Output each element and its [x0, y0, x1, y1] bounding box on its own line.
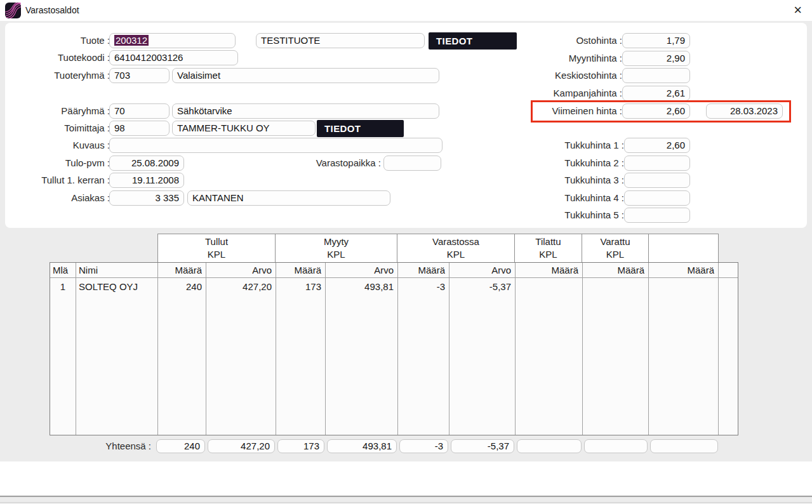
function-button-bar: SELITE F2 TUOTE F3 TOIMITTAJA F4 HAE VII… [0, 461, 812, 495]
tullut-ekan-input[interactable]: 19.11.2008 [109, 173, 184, 188]
group-header-line2: KPL [582, 248, 648, 261]
close-icon[interactable]: × [794, 1, 802, 19]
tukkuhinta-5-label: Tukkuhinta 5 : [524, 208, 624, 223]
group-header-line2: KPL [158, 248, 275, 261]
toimittaja-name-input[interactable]: TAMMER-TUKKU OY [172, 121, 316, 136]
paaryhma-name-input[interactable]: Sähkötarvike [172, 103, 439, 119]
cell-tullut-arvo: 427,20 [206, 279, 272, 295]
cell-varastossa-maara: -3 [397, 279, 445, 295]
group-header-varastossa: Varastossa KPL [397, 234, 515, 263]
kuvaus-label: Kuvaus : [18, 138, 110, 153]
asiakas-name-input[interactable]: KANTANEN [187, 190, 390, 206]
total-myyty-maara: 173 [277, 439, 324, 453]
group-header-line1: Tilattu [515, 235, 582, 248]
tuote-input[interactable]: 200312 [109, 33, 236, 48]
total-maara [650, 439, 718, 453]
group-header-myyty: Myyty KPL [275, 234, 397, 263]
tukkuhinta-1-label: Tukkuhinta 1 : [524, 138, 624, 153]
kampanjahinta-input[interactable]: 2,61 [622, 86, 690, 101]
tuotekoodi-input[interactable]: 6410412003126 [109, 50, 238, 65]
tuote-nimi-input[interactable]: TESTITUOTE [256, 33, 425, 48]
cell-nimi: SOLTEQ OYJ [79, 279, 155, 295]
kampanjahinta-label: Kampanjahinta : [524, 86, 622, 101]
cell-maara [648, 279, 714, 295]
col-header-mla: Mlä [53, 263, 74, 278]
group-header-line1: Varattu [582, 235, 648, 248]
tuote-tiedot-button[interactable]: TIEDOT [429, 32, 517, 50]
cell-tullut-maara: 240 [157, 279, 202, 295]
group-header-line2: KPL [397, 248, 514, 261]
toimittaja-code-input[interactable]: 98 [109, 121, 170, 136]
title-bar: Varastosaldot × [0, 0, 812, 21]
group-header-tilattu: Tilattu KPL [514, 234, 582, 263]
col-header-varastossa-arvo: Arvo [449, 263, 511, 278]
tullut-ekan-label: Tullut 1. kerran : [18, 173, 110, 188]
keskiostohinta-label: Keskiostohinta : [524, 68, 622, 83]
col-header-nimi: Nimi [79, 263, 155, 278]
group-header-line1: Varastossa [397, 235, 514, 248]
varastopaikka-input[interactable] [383, 156, 441, 171]
tuote-label: Tuote : [18, 33, 110, 48]
cell-varattu-maara [582, 279, 644, 295]
group-header-line2: KPL [515, 248, 582, 261]
tuoteryhma-code-input[interactable]: 703 [109, 68, 170, 83]
col-header-maara: Määrä [648, 263, 714, 278]
total-tullut-arvo: 427,20 [208, 439, 275, 453]
group-header-line1: Tullut [158, 235, 275, 248]
group-header-varattu: Varattu KPL [582, 234, 649, 263]
asiakas-label: Asiakas : [18, 190, 110, 206]
tukkuhinta-3-label: Tukkuhinta 3 : [524, 173, 624, 188]
ostohinta-label: Ostohinta : [524, 33, 622, 48]
group-header-tullut: Tullut KPL [157, 234, 276, 263]
group-header-line1: Myyty [276, 235, 397, 248]
total-varattu-maara [584, 439, 648, 453]
col-header-myyty-arvo: Arvo [325, 263, 394, 278]
tukkuhinta-4-label: Tukkuhinta 4 : [524, 190, 624, 206]
app-logo-icon [5, 3, 21, 21]
viimeinen-hinta-label: Viimeinen hinta : [524, 103, 622, 119]
viimeinen-hinta-input[interactable]: 2,60 [622, 103, 690, 119]
asiakas-code-input[interactable]: 3 335 [109, 190, 184, 206]
toimittaja-label: Toimittaja : [18, 121, 110, 136]
tukkuhinta-2-input[interactable] [624, 156, 690, 171]
tukkuhinta-4-input[interactable] [624, 190, 690, 206]
window-title: Varastosaldot [25, 5, 79, 15]
tuoteryhma-label: Tuoteryhmä : [18, 68, 110, 83]
myyntihinta-label: Myyntihinta : [524, 51, 622, 66]
varastopaikka-label: Varastopaikka : [305, 156, 381, 171]
myyntihinta-input[interactable]: 2,90 [622, 51, 690, 66]
tuotekoodi-label: Tuotekoodi : [18, 50, 110, 65]
cell-myyty-maara: 173 [276, 279, 321, 295]
tukkuhinta-3-input[interactable] [624, 173, 690, 188]
total-tullut-maara: 240 [156, 439, 205, 453]
total-myyty-arvo: 493,81 [327, 439, 397, 453]
yhteensa-label: Yhteensä : [76, 439, 151, 453]
paaryhma-label: Pääryhmä : [18, 103, 110, 119]
varastosaldot-window: Varastosaldot × Tuote : 200312 TESTITUOT… [0, 0, 812, 504]
tulopvm-label: Tulo-pvm : [18, 156, 110, 171]
tuoteryhma-name-input[interactable]: Valaisimet [172, 68, 439, 83]
col-header-varastossa-maara: Määrä [397, 263, 445, 278]
tukkuhinta-5-input[interactable] [624, 208, 690, 223]
col-header-tullut-maara: Määrä [157, 263, 202, 278]
group-header-empty [648, 234, 719, 263]
col-header-tullut-arvo: Arvo [206, 263, 272, 278]
column-separator [718, 263, 719, 435]
total-varastossa-maara: -3 [399, 439, 448, 453]
cell-tilattu-maara [515, 279, 578, 295]
viimeinen-hinta-pvm-input[interactable]: 28.03.2023 [706, 103, 783, 119]
cell-varastossa-arvo: -5,37 [449, 279, 511, 295]
tuote-selected-text: 200312 [114, 35, 149, 46]
ostohinta-input[interactable]: 1,79 [622, 33, 690, 48]
tulopvm-input[interactable]: 25.08.2009 [109, 156, 184, 171]
toimittaja-tiedot-button[interactable]: TIEDOT [317, 120, 404, 137]
col-header-varattu-maara: Määrä [582, 263, 644, 278]
keskiostohinta-input[interactable] [622, 68, 690, 83]
bottom-divider [0, 496, 812, 497]
col-header-tilattu-maara: Määrä [515, 263, 578, 278]
tukkuhinta-1-input[interactable]: 2,60 [624, 138, 690, 153]
col-header-myyty-maara: Määrä [276, 263, 321, 278]
kuvaus-input[interactable] [109, 138, 443, 153]
cell-mla: 1 [50, 279, 76, 295]
paaryhma-code-input[interactable]: 70 [109, 103, 170, 119]
